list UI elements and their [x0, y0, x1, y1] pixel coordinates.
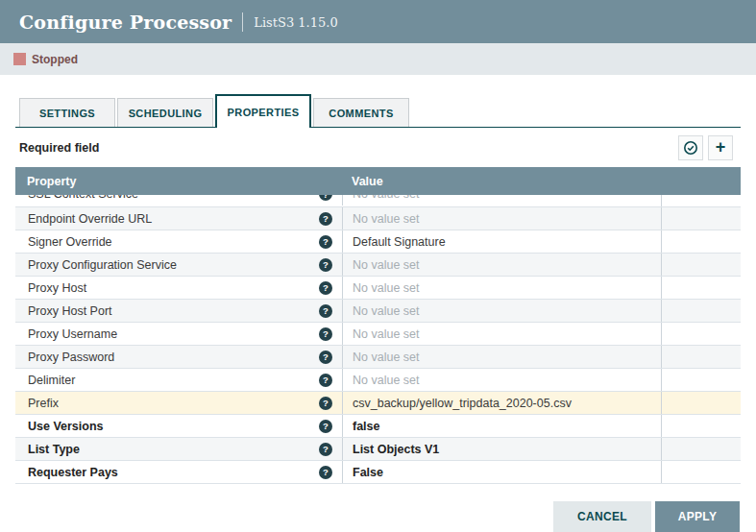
stopped-status-icon [13, 53, 26, 65]
cancel-button[interactable]: CANCEL [553, 501, 651, 532]
table-row[interactable]: Proxy Username ? No value set [15, 323, 741, 346]
add-property-button[interactable]: + [708, 135, 733, 160]
table-row[interactable]: List Type ? List Objects V1 [15, 438, 741, 461]
property-value: No value set [353, 327, 419, 341]
required-field-label: Required field [19, 141, 99, 155]
property-name: SSL Context Service [28, 195, 138, 201]
property-name: Requester Pays [28, 466, 118, 479]
apply-button[interactable]: APPLY [655, 501, 740, 532]
status-label: Stopped [32, 53, 78, 66]
processor-name-version: ListS3 1.15.0 [254, 13, 337, 30]
toolbar-buttons: + [673, 135, 733, 160]
help-icon[interactable]: ? [319, 258, 332, 272]
table-row[interactable]: Proxy Host ? No value set [15, 277, 741, 300]
status-bar: Stopped [0, 43, 756, 75]
tab-scheduling[interactable]: SCHEDULING [117, 98, 213, 127]
plus-icon: + [716, 138, 726, 156]
property-name: Proxy Host Port [28, 304, 112, 318]
help-icon[interactable]: ? [319, 397, 332, 410]
property-name: List Type [28, 443, 80, 456]
property-value: No value set [353, 212, 419, 226]
help-icon[interactable]: ? [319, 195, 332, 201]
table-row[interactable]: Proxy Host Port ? No value set [15, 300, 741, 323]
table-row[interactable]: Proxy Configuration Service ? No value s… [15, 254, 741, 277]
property-name: Proxy Configuration Service [28, 258, 177, 272]
table-row[interactable]: Delimiter ? No value set [15, 369, 741, 392]
property-value: No value set [353, 281, 419, 295]
help-icon[interactable]: ? [319, 304, 332, 318]
tab-properties[interactable]: PROPERTIES [215, 94, 311, 128]
table-row[interactable]: Use Versions ? false [15, 415, 741, 438]
help-icon[interactable]: ? [319, 443, 332, 456]
help-icon[interactable]: ? [319, 420, 332, 433]
tab-bar: SETTINGS SCHEDULING PROPERTIES COMMENTS [15, 94, 741, 128]
help-icon[interactable]: ? [319, 281, 332, 295]
table-row[interactable]: Proxy Password ? No value set [15, 346, 741, 369]
property-name: Proxy Host [28, 281, 86, 295]
property-name: Proxy Username [28, 327, 117, 341]
help-icon[interactable]: ? [319, 235, 332, 249]
help-icon[interactable]: ? [319, 212, 332, 226]
property-name: Signer Override [28, 235, 112, 249]
dialog-header: Configure Processor ListS3 1.15.0 [0, 0, 756, 43]
property-value: No value set [353, 258, 419, 272]
property-value: No value set [353, 304, 419, 318]
table-row[interactable]: Requester Pays ? False [15, 461, 741, 484]
property-value: No value set [353, 374, 419, 387]
table-header: Property Value [15, 167, 741, 195]
property-value: No value set [353, 351, 419, 364]
table-row[interactable]: Endpoint Override URL ? No value set [15, 207, 741, 230]
column-header-property: Property [15, 175, 342, 188]
properties-toolbar: Required field + [0, 128, 756, 167]
property-value: List Objects V1 [353, 443, 439, 456]
property-name: Prefix [28, 397, 59, 410]
property-value: csv_backup/yellow_tripdata_2020-05.csv [353, 397, 572, 410]
dialog-footer: CANCEL APPLY [553, 501, 740, 532]
property-name: Delimiter [28, 374, 75, 387]
help-icon[interactable]: ? [319, 466, 332, 479]
property-name: Proxy Password [28, 351, 114, 364]
check-circle-icon [683, 140, 698, 156]
tab-settings[interactable]: SETTINGS [19, 98, 115, 127]
help-icon[interactable]: ? [319, 374, 332, 387]
property-value: Default Signature [353, 235, 446, 249]
help-icon[interactable]: ? [319, 327, 332, 341]
tab-comments[interactable]: COMMENTS [313, 98, 409, 127]
property-name: Use Versions [28, 420, 104, 433]
help-icon[interactable]: ? [319, 351, 332, 364]
property-value: false [353, 420, 380, 433]
column-header-value: Value [342, 175, 661, 188]
property-name: Endpoint Override URL [28, 212, 152, 226]
table-row[interactable]: Prefix ? csv_backup/yellow_tripdata_2020… [15, 392, 741, 415]
property-value: No value set [353, 195, 419, 201]
property-table-body: Endpoint Override URL ? No value set Sig… [15, 207, 741, 484]
table-row[interactable]: Signer Override ? Default Signature [15, 230, 741, 254]
table-row-clipped[interactable]: SSL Context Service ? No value set [15, 195, 741, 207]
properties-table: Property Value SSL Context Service ? No … [15, 167, 741, 484]
verify-properties-button[interactable] [678, 135, 703, 160]
property-value: False [353, 466, 383, 479]
title-separator [242, 12, 243, 32]
dialog-title: Configure Processor [19, 12, 232, 33]
